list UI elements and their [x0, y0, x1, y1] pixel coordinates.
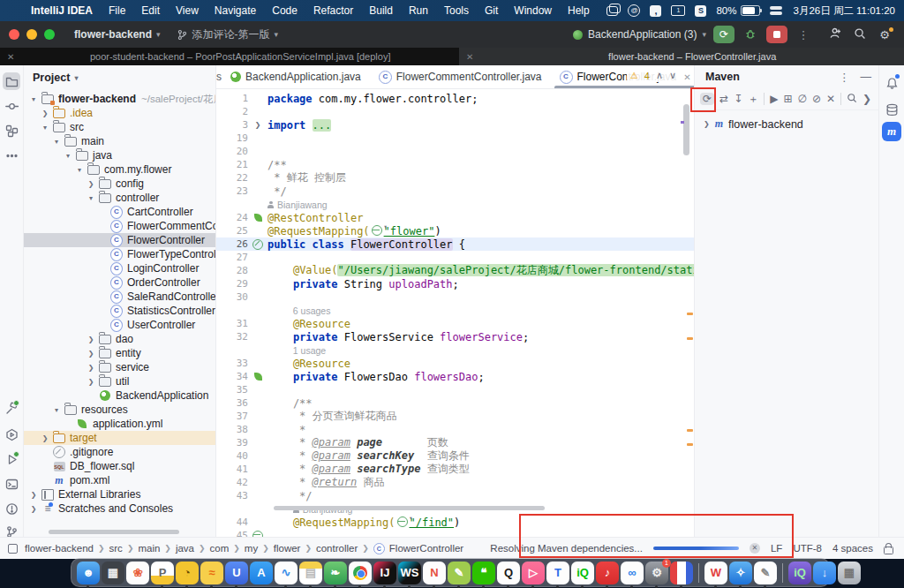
close-icon[interactable]: ✕ [7, 52, 14, 62]
prev-problem-icon[interactable]: ∧ [656, 70, 663, 81]
breadcrumb[interactable]: flower-backend❯src❯main❯java❯com❯my❯flow… [25, 543, 463, 554]
tree-chevron[interactable]: ▾ [87, 194, 95, 202]
dock-app-downloads-folder[interactable]: ↓ [813, 562, 836, 584]
menu-navigate[interactable]: Navigate [207, 4, 264, 17]
project-panel-header[interactable]: Project▾ [24, 65, 215, 90]
settings-gear-icon[interactable]: ⚙ [876, 28, 893, 41]
problems-stripe-button[interactable] [3, 500, 20, 517]
rerun-button[interactable]: ⟳ [713, 26, 734, 43]
maven-execute-goal-icon[interactable]: ⊞ [783, 93, 792, 105]
inspection-widget[interactable]: ⚠ 4 ∧ ∨ [627, 69, 680, 82]
editor-tab-flowercommentcontroller-java[interactable]: CFlowerCommentController.java [370, 65, 551, 88]
encoding-indicator[interactable]: UTF-8 [793, 543, 822, 554]
tree-item-external-libraries[interactable]: ❯External Libraries [24, 487, 215, 501]
tree-item-usercontroller[interactable]: CUserController [24, 318, 215, 332]
more-tool-windows-button[interactable] [3, 147, 20, 164]
tree-item-controller[interactable]: ▾controller [24, 191, 215, 205]
project-switcher[interactable]: flower-backend▾ [74, 28, 161, 41]
spring-bean-gutter-icon[interactable] [254, 373, 262, 381]
dock-app-wechat[interactable]: ❝ [472, 562, 495, 584]
dock-app-u-app[interactable]: U [225, 562, 248, 584]
breadcrumb-segment[interactable]: java [176, 543, 194, 554]
minimize-window-button[interactable] [26, 29, 37, 40]
dock-app-parallels[interactable] [670, 562, 693, 584]
maven-search-icon[interactable] [847, 93, 857, 106]
dock-app-navicat[interactable]: N [423, 562, 446, 584]
tree-item-logincontroller[interactable]: CLoginController [24, 261, 215, 275]
indent-indicator[interactable]: 4 spaces [832, 543, 873, 554]
clash-icon[interactable]: S [695, 5, 706, 17]
dock-app-wps-office[interactable]: W [704, 562, 727, 584]
tree-item-ordercontroller[interactable]: COrderController [24, 275, 215, 290]
tree-item-main[interactable]: ▾main [24, 134, 215, 148]
dock-app-qq-browser[interactable]: ◔ [176, 562, 199, 584]
maven-options-icon[interactable]: ⋮ [839, 71, 850, 84]
input-method-icon[interactable]: , [650, 5, 661, 17]
tree-item-salerandcontroller[interactable]: CSaleRandController [24, 290, 215, 304]
menu-window[interactable]: Window [506, 4, 560, 17]
dock-app-launchpad[interactable]: ▦ [102, 562, 124, 584]
dock-app-goldfish[interactable]: ≈ [200, 562, 223, 584]
tree-chevron[interactable]: ▾ [64, 152, 72, 160]
display-icon[interactable]: 1 [671, 5, 685, 16]
menu-view[interactable]: View [168, 4, 207, 17]
code-editor[interactable]: 1package com.my.flower.controller;23❯imp… [216, 88, 694, 537]
breadcrumb-segment[interactable]: flower [274, 543, 301, 554]
terminal-stripe-button[interactable] [3, 475, 20, 493]
tree-chevron[interactable]: ❯ [29, 505, 38, 513]
error-stripe-mark[interactable] [687, 337, 693, 340]
tree-item-util[interactable]: ❯util [24, 374, 215, 388]
dock-app-finder[interactable]: ☻ [77, 562, 100, 584]
tree-item-statisticscontroller[interactable]: CStatisticsController [24, 304, 215, 318]
menu-edit[interactable]: Edit [133, 4, 168, 17]
error-stripe-mark[interactable] [687, 443, 693, 446]
tree-chevron[interactable]: ❯ [87, 350, 95, 358]
next-problem-icon[interactable]: ∨ [669, 70, 676, 81]
maven-stripe-button[interactable]: m [882, 122, 901, 141]
dock-app-textedit[interactable]: ✎ [754, 562, 777, 584]
tool-window-widget-icon[interactable] [8, 544, 18, 554]
error-stripe-mark[interactable] [687, 313, 693, 315]
control-center-icon[interactable] [770, 6, 782, 15]
breadcrumb-segment[interactable]: com [210, 543, 230, 554]
tree-item--gitignore[interactable]: .gitignore [24, 445, 215, 459]
breadcrumb-segment[interactable]: src [109, 543, 123, 554]
dock-app-app-store[interactable]: A [250, 562, 273, 584]
editor-vertical-scrollbar[interactable] [683, 104, 689, 155]
cancel-progress-icon[interactable]: ✕ [750, 543, 760, 554]
tree-chevron[interactable]: ▾ [75, 166, 84, 174]
tree-item-com-my-flower[interactable]: ▾com.my.flower [24, 162, 215, 177]
close-icon[interactable]: ✕ [466, 52, 473, 62]
maven-reload-sources-icon[interactable]: ⇄ [719, 93, 728, 105]
maven-skip-tests-icon[interactable]: ⊘ [812, 93, 821, 105]
notifications-bell-icon[interactable] [883, 74, 900, 92]
tree-item--idea[interactable]: ❯.idea [24, 106, 215, 120]
editor-horizontal-scrollbar[interactable] [274, 506, 545, 510]
dock-app-qq[interactable]: Q [497, 562, 520, 584]
dock-app-intellij-idea[interactable]: IJ [373, 562, 396, 584]
run-stripe-button[interactable] [3, 450, 20, 468]
run-configuration-selector[interactable]: BackendApplication (3)▾ [573, 28, 706, 41]
build-stripe-button[interactable] [3, 399, 20, 417]
dock-app-chrome[interactable] [349, 562, 372, 584]
breadcrumb-segment[interactable]: FlowerController [389, 543, 463, 554]
fold-icon[interactable]: ❯ [255, 119, 261, 131]
tree-item-service[interactable]: ❯service [24, 360, 215, 374]
menu-run[interactable]: Run [401, 4, 436, 17]
request-mapping-gutter-icon[interactable] [252, 531, 263, 538]
maven-run-icon[interactable]: ▶ [770, 93, 778, 105]
tree-item-application-yml[interactable]: application.yml [24, 417, 215, 431]
git-branch-widget[interactable]: 添加评论-第一版▾ [177, 27, 279, 42]
dock-app-iqiyi-folder[interactable]: iQ [788, 562, 811, 584]
tree-item-resources[interactable]: ▾resources [24, 403, 215, 417]
tree-chevron[interactable]: ❯ [87, 335, 95, 343]
tree-chevron[interactable]: ❯ [41, 434, 49, 442]
menu-build[interactable]: Build [361, 4, 401, 17]
menu-help[interactable]: Help [560, 4, 598, 17]
close-window-button[interactable] [9, 29, 19, 40]
database-icon[interactable] [883, 101, 900, 118]
mission-control-icon[interactable] [606, 6, 618, 16]
tree-horizontal-scrollbar[interactable] [49, 530, 179, 534]
tree-item-src[interactable]: ▾src [24, 120, 215, 134]
tree-item-pom-xml[interactable]: mpom.xml [24, 473, 215, 487]
